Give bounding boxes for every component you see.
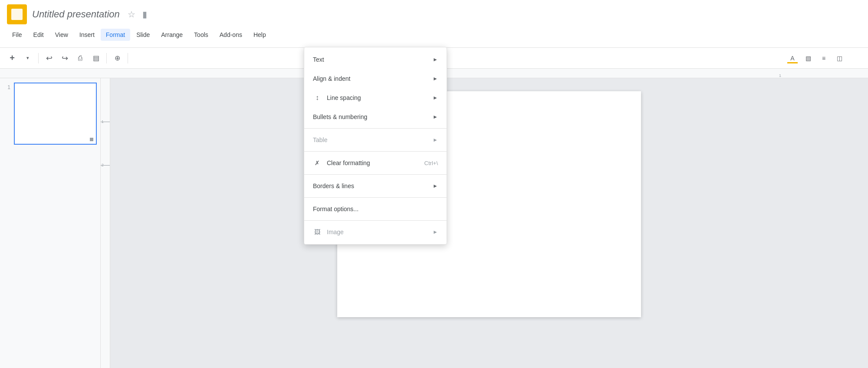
format-menu-align-indent-arrow: ► [433, 76, 438, 82]
format-menu-bullets[interactable]: Bullets & numbering ► [304, 107, 447, 126]
format-menu-bullets-left: Bullets & numbering [313, 113, 367, 120]
toolbar-separator-1 [38, 53, 39, 63]
slide-thumbnail-1[interactable] [14, 83, 97, 145]
format-menu-separator-1 [304, 128, 447, 129]
menu-format[interactable]: Format [101, 29, 130, 41]
format-dropdown-menu: Text ► Align & indent ► ↕ Line spacing ►… [304, 47, 447, 245]
menu-help[interactable]: Help [248, 29, 271, 41]
redo-button[interactable]: ↪ [58, 51, 72, 65]
text-color-button[interactable]: A [786, 51, 799, 65]
format-menu-clear-formatting-label: Clear formatting [327, 159, 370, 166]
format-menu-clear-formatting-shortcut: Ctrl+\ [424, 160, 438, 166]
format-menu-format-options-left: Format options... [313, 206, 358, 212]
presentation-title: Untitled presentation [32, 9, 120, 20]
slide-resize-handle [90, 138, 93, 141]
menu-insert[interactable]: Insert [74, 29, 100, 41]
format-menu-borders-label: Borders & lines [313, 182, 354, 189]
format-menu-text-arrow: ► [433, 56, 438, 63]
slides-panel: 1 [0, 78, 101, 368]
highlight-button[interactable]: ▧ [801, 51, 815, 65]
add-button[interactable]: + [5, 51, 19, 65]
star-icon[interactable]: ☆ [128, 9, 135, 20]
format-menu-align-indent-label: Align & indent [313, 75, 350, 82]
format-menu-image-label: Image [327, 229, 344, 235]
format-menu-table: Table ► [304, 130, 447, 149]
format-menu-format-options[interactable]: Format options... [304, 199, 447, 219]
folder-icon[interactable]: ▮ [142, 9, 147, 20]
menu-edit[interactable]: Edit [28, 29, 49, 41]
format-menu-borders[interactable]: Borders & lines ► [304, 176, 447, 196]
add-dropdown[interactable]: ▾ [21, 51, 35, 65]
undo-button[interactable]: ↩ [42, 51, 56, 65]
slide-item-1: 1 [3, 83, 97, 145]
format-menu-line-spacing[interactable]: ↕ Line spacing ► [304, 88, 447, 107]
app-icon [7, 4, 27, 24]
format-menu-separator-4 [304, 197, 447, 198]
vertical-ruler: 1 2 [101, 78, 110, 368]
slide-number-1: 1 [3, 83, 10, 90]
canvas-area [110, 78, 868, 368]
format-menu-line-spacing-arrow: ► [433, 95, 438, 101]
ruler-label-v2: 2 [102, 163, 104, 167]
clear-formatting-icon: ✗ [313, 159, 322, 166]
format-menu-clear-formatting-left: ✗ Clear formatting [313, 159, 370, 166]
format-menu-align-indent[interactable]: Align & indent ► [304, 69, 447, 88]
format-menu-table-left: Table [313, 136, 327, 143]
toolbar-separator-3 [128, 53, 128, 63]
format-menu-text-left: Text [313, 56, 324, 63]
menu-arrange[interactable]: Arrange [156, 29, 188, 41]
format-menu-bullets-arrow: ► [433, 114, 438, 120]
text-color-bar [787, 62, 798, 63]
top-bar: Untitled presentation ☆ ▮ File Edit View… [0, 0, 868, 48]
menu-view[interactable]: View [50, 29, 73, 41]
image-icon: 🖼 [313, 229, 322, 235]
format-menu-separator-3 [304, 174, 447, 175]
format-menu-text[interactable]: Text ► [304, 50, 447, 69]
format-menu-align-indent-left: Align & indent [313, 75, 350, 82]
paint-format-button[interactable]: ▤ [89, 51, 103, 65]
menu-slide[interactable]: Slide [131, 29, 155, 41]
menu-tools[interactable]: Tools [189, 29, 214, 41]
ruler-label-1: 1 [779, 73, 781, 78]
slide-thumbnail-inner-1 [15, 83, 96, 144]
ruler-label-v1: 1 [102, 119, 104, 124]
menu-file[interactable]: File [7, 29, 27, 41]
title-row: Untitled presentation ☆ ▮ [0, 0, 868, 26]
format-menu-line-spacing-label: Line spacing [327, 94, 361, 101]
format-menu-table-label: Table [313, 136, 327, 143]
format-menu-borders-arrow: ► [433, 183, 438, 189]
toolbar-separator-2 [106, 53, 107, 63]
format-menu-bullets-label: Bullets & numbering [313, 113, 367, 120]
format-menu-text-label: Text [313, 56, 324, 63]
line-spacing-icon: ↕ [313, 94, 322, 102]
format-menu-separator-5 [304, 220, 447, 221]
format-menu-image-arrow: ► [433, 229, 438, 235]
format-menu-format-options-label: Format options... [313, 206, 358, 212]
align-button[interactable]: ≡ [817, 51, 831, 65]
format-menu-image-left: 🖼 Image [313, 229, 344, 235]
app-icon-inner [11, 9, 23, 20]
format-menu-line-spacing-left: ↕ Line spacing [313, 94, 361, 102]
menu-addons[interactable]: Add-ons [214, 29, 247, 41]
zoom-button[interactable]: ⊕ [110, 51, 124, 65]
format-menu-image: 🖼 Image ► [304, 222, 447, 242]
table-button[interactable]: ◫ [832, 51, 846, 65]
menu-bar: File Edit View Insert Format Slide Arran… [0, 26, 868, 43]
format-menu-borders-left: Borders & lines [313, 182, 354, 189]
ruler-markings: 1 [113, 69, 868, 78]
format-menu-table-arrow: ► [433, 137, 438, 143]
format-menu-separator-2 [304, 151, 447, 152]
print-button[interactable]: ⎙ [73, 51, 87, 65]
canvas-with-ruler: 1 2 [101, 78, 868, 368]
format-menu-clear-formatting[interactable]: ✗ Clear formatting Ctrl+\ [304, 153, 447, 172]
